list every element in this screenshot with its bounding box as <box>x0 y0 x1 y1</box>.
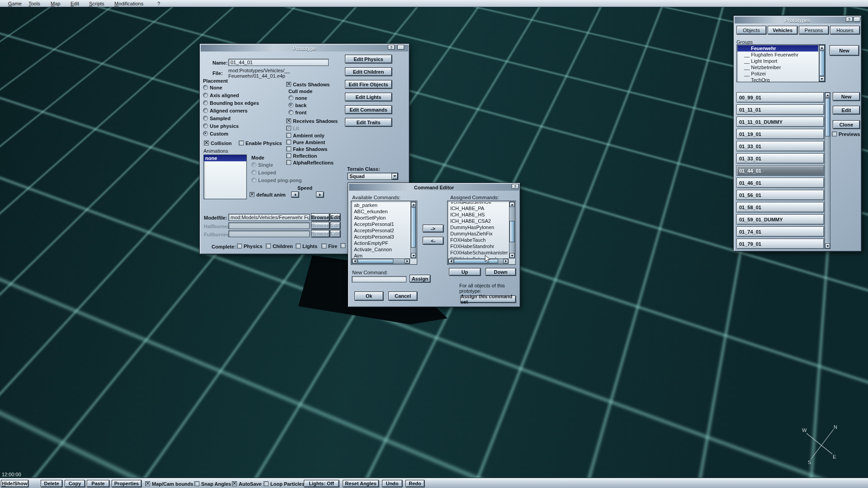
collision-checkbox[interactable]: Collision <box>204 140 231 146</box>
animation-item-selected[interactable]: none <box>204 155 246 161</box>
animations-listbox[interactable]: none <box>203 155 247 199</box>
list-item[interactable]: AcceptsPersonal3 <box>352 234 410 240</box>
list-item[interactable]: FOXHabeSchaumrohr <box>448 256 509 258</box>
group-item[interactable]: Feuerwehr <box>737 45 818 52</box>
checkbox-icon[interactable] <box>237 244 242 249</box>
assign-button[interactable]: Assign <box>410 275 430 282</box>
placement-radio[interactable]: Use physics <box>203 123 259 129</box>
radio-icon[interactable] <box>251 170 256 175</box>
prototype-id-item[interactable]: 01_79_01 <box>736 239 824 249</box>
edit-button[interactable]: Edit Children <box>345 67 392 76</box>
prototypes-panel-titlebar[interactable]: Prototypes <box>735 17 860 23</box>
paste-button[interactable]: Paste <box>87 480 109 487</box>
reflection-checkbox[interactable]: Reflection <box>286 153 317 159</box>
menu-tools[interactable]: Tools <box>28 1 40 6</box>
checkbox-icon[interactable] <box>250 192 255 197</box>
delete-button[interactable]: Delete <box>41 480 62 487</box>
alpha-reflections-checkbox[interactable]: AlphaReflections <box>286 160 334 165</box>
lights-toggle-button[interactable]: Lights: Off <box>304 480 339 487</box>
group-item[interactable]: __ Light Import <box>737 58 818 64</box>
available-commands-listbox[interactable]: ab_parken ABC_erkunden AbortSetPylon Acc… <box>351 201 417 265</box>
new-group-button[interactable]: New <box>830 45 859 56</box>
help-icon[interactable]: ? <box>512 184 519 189</box>
list-item[interactable]: ActionEmptyPF <box>352 240 410 246</box>
cull-radio[interactable]: back <box>288 102 307 108</box>
list-item[interactable]: ABC_erkunden <box>352 208 410 215</box>
help-icon[interactable]: ? <box>846 17 853 22</box>
close-icon[interactable] <box>854 17 860 22</box>
group-item[interactable]: __ Polizei <box>737 70 818 77</box>
radio-icon[interactable] <box>288 103 293 108</box>
scroll-right-icon[interactable] <box>503 259 508 263</box>
ok-button[interactable]: Ok <box>354 291 383 300</box>
undo-button[interactable]: Undo <box>382 480 402 487</box>
scrollbar-thumb[interactable] <box>509 221 514 242</box>
menu-game[interactable]: Game <box>8 1 22 6</box>
checkbox-icon[interactable] <box>204 141 209 145</box>
complete-physics-checkbox[interactable]: Physics <box>237 243 263 249</box>
list-item[interactable]: FOXHabeStandrohr <box>448 243 509 249</box>
pure-ambient-checkbox[interactable]: Pure Ambient <box>286 139 325 145</box>
scroll-up-icon[interactable] <box>825 93 830 98</box>
group-item[interactable]: TechOrg <box>737 77 818 82</box>
complete-lights-checkbox[interactable]: Lights <box>296 243 317 249</box>
command-editor-titlebar[interactable]: Command Editor <box>349 184 519 191</box>
group-item[interactable]: __ Netzbetreiber <box>737 64 818 70</box>
map-cam-bounds-checkbox[interactable]: Map/Cam bounds <box>145 481 193 487</box>
modelfile-browse-button[interactable]: Browse <box>311 213 330 221</box>
list-item[interactable]: FOXHabeSchaumkanister <box>448 249 509 256</box>
new-command-field[interactable] <box>352 276 406 282</box>
scroll-left-icon[interactable] <box>352 259 357 263</box>
previews-checkbox[interactable]: Previews <box>832 131 860 137</box>
radio-icon[interactable] <box>251 162 256 167</box>
list-item[interactable]: ICH_HABE_CSA2 <box>448 218 509 224</box>
speed-decrement-button[interactable] <box>291 192 299 197</box>
list-item[interactable]: ICH_HABE_HS <box>448 211 509 218</box>
scrollbar-thumb[interactable] <box>825 98 830 136</box>
list-item[interactable]: DummyHasZiehFix <box>448 230 509 237</box>
list-item[interactable]: AcceptsPersonal2 <box>352 227 410 234</box>
modelfile-edit-button[interactable]: Edit <box>330 213 340 221</box>
scrollbar-thumb[interactable] <box>819 51 825 76</box>
complete-fire-checkbox[interactable]: Fire <box>321 243 337 249</box>
placement-radio[interactable]: Aligned corners <box>203 108 259 113</box>
checkbox-icon[interactable] <box>239 141 244 145</box>
autosave-checkbox[interactable]: AutoSave <box>232 481 262 487</box>
clone-prototype-button[interactable]: Clone <box>833 120 860 129</box>
list-item[interactable]: DummyHasPylonen <box>448 224 509 230</box>
scroll-down-icon[interactable] <box>509 253 514 258</box>
tab[interactable]: Houses <box>830 26 860 34</box>
placement-radio[interactable]: Bounding box edges <box>203 100 259 106</box>
checkbox-icon[interactable] <box>321 244 326 249</box>
vertical-scrollbar[interactable] <box>819 45 825 82</box>
groups-listbox[interactable]: Feuerwehr __ Flughafen Feuerwehr __ Ligh… <box>736 44 826 82</box>
scrollbar-thumb[interactable] <box>358 259 393 263</box>
help-icon[interactable]: ? <box>388 45 395 50</box>
checkbox-icon[interactable] <box>286 140 291 145</box>
list-item[interactable]: ICH_HABE_PA <box>448 205 509 211</box>
radio-icon[interactable] <box>203 116 208 121</box>
default-anim-checkbox[interactable]: default anim <box>250 192 286 197</box>
redo-button[interactable]: Redo <box>406 480 425 487</box>
prototype-id-item[interactable]: 00_99_01 <box>736 92 824 103</box>
lit-checkbox[interactable]: Lit <box>286 125 299 131</box>
mode-radio[interactable]: Looped <box>251 169 302 175</box>
cancel-button[interactable]: Cancel <box>388 291 417 300</box>
checkbox-icon[interactable] <box>286 160 291 165</box>
move-left-button[interactable]: <- <box>423 237 443 244</box>
list-item[interactable]: AbortSetPylon <box>352 215 410 221</box>
menu-modifications[interactable]: Modifications <box>114 1 143 6</box>
edit-button[interactable]: Edit Physics <box>345 55 392 63</box>
close-icon[interactable] <box>397 45 404 50</box>
terrain-class-dropdown[interactable]: Squad <box>347 173 398 180</box>
scroll-down-icon[interactable] <box>411 253 416 258</box>
checkbox-icon[interactable] <box>286 118 291 123</box>
move-right-button[interactable]: -> <box>423 225 443 232</box>
scroll-left-icon[interactable] <box>448 259 453 263</box>
prototype-id-item[interactable]: 01_33_01 <box>736 153 824 164</box>
edit-button[interactable]: Edit Fire Objects <box>345 80 392 89</box>
vertical-scrollbar[interactable] <box>509 202 515 258</box>
prototype-id-item[interactable]: 01_11_01_DUMMY <box>736 117 824 127</box>
horizontal-scrollbar[interactable] <box>448 258 509 264</box>
menu-map[interactable]: Map <box>51 1 60 6</box>
